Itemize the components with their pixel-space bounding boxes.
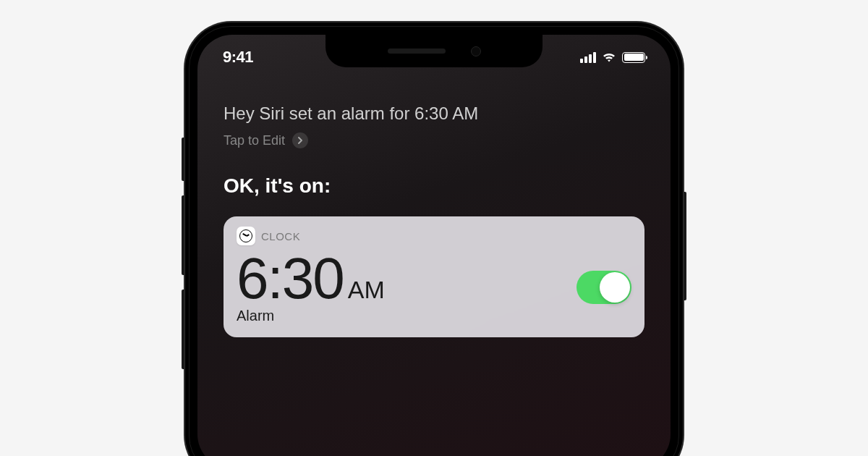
front-camera: [471, 46, 481, 56]
power-button: [684, 192, 686, 300]
siri-response-text: OK, it's on:: [224, 174, 644, 198]
screen: 9:41 Hey Siri set an alarm for 6:30 AM T…: [197, 35, 671, 456]
clock-alarm-card[interactable]: CLOCK 6:30 AM Alarm: [224, 216, 644, 337]
chevron-right-icon: [292, 132, 308, 148]
card-header: CLOCK: [237, 227, 631, 245]
alarm-time-value: 6:30: [237, 250, 344, 308]
alarm-row: 6:30 AM Alarm: [237, 250, 631, 324]
battery-icon: [622, 52, 645, 63]
alarm-time-block: 6:30 AM Alarm: [237, 250, 385, 324]
app-name-label: CLOCK: [261, 230, 300, 242]
silent-switch: [182, 138, 184, 181]
toggle-knob: [600, 272, 630, 303]
notch: [326, 35, 542, 67]
tap-to-edit-button[interactable]: Tap to Edit: [224, 132, 644, 148]
speaker-grille: [388, 48, 446, 54]
volume-down-button: [182, 290, 184, 369]
status-indicators: [580, 52, 645, 63]
tap-to-edit-label: Tap to Edit: [224, 133, 285, 148]
alarm-time: 6:30 AM: [237, 250, 385, 308]
alarm-toggle[interactable]: [576, 271, 631, 304]
siri-query-text: Hey Siri set an alarm for 6:30 AM: [224, 104, 644, 124]
status-time: 9:41: [223, 48, 253, 67]
alarm-label: Alarm: [237, 308, 385, 324]
wifi-icon: [602, 52, 616, 63]
iphone-frame: 9:41 Hey Siri set an alarm for 6:30 AM T…: [184, 22, 684, 456]
siri-content: Hey Siri set an alarm for 6:30 AM Tap to…: [197, 35, 671, 337]
cellular-signal-icon: [580, 52, 596, 63]
volume-up-button: [182, 195, 184, 275]
clock-app-icon: [237, 227, 255, 245]
alarm-ampm: AM: [348, 276, 385, 304]
